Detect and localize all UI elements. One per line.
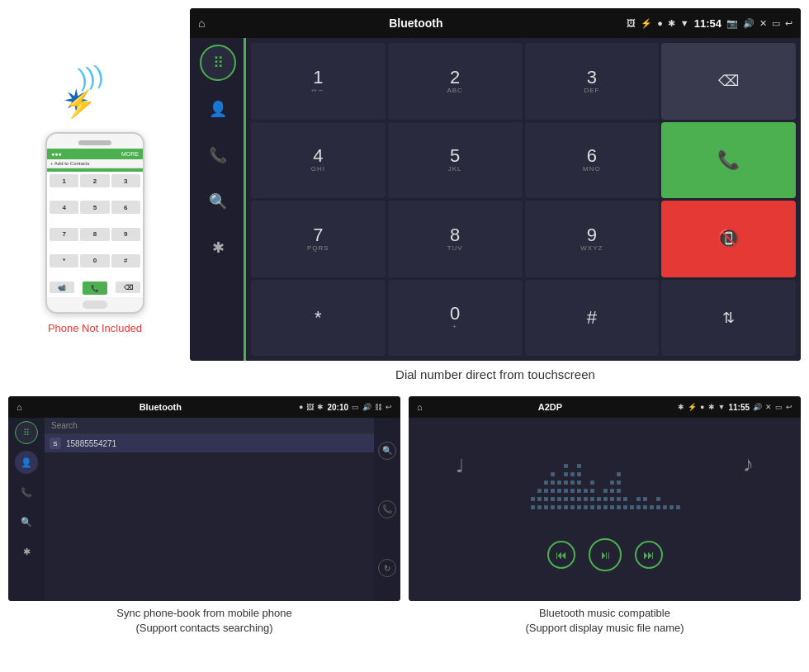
svg-rect-65 bbox=[656, 497, 660, 501]
contacts-car-screen: ⌂ Bluetooth ● 🖼 ✱ 20:10 ▭ 🔊 ⛓ ↩ ⠿ 👤 bbox=[8, 396, 400, 601]
back-icon[interactable]: ↩ bbox=[785, 18, 792, 29]
main-caption: Dial number direct from touchscreen bbox=[190, 361, 801, 388]
contact-row[interactable]: S 15885554271 bbox=[45, 434, 374, 452]
music-home-icon[interactable]: ⌂ bbox=[417, 402, 423, 412]
contacts-status-bar: ● 🖼 ✱ 20:10 ▭ 🔊 ⛓ ↩ bbox=[299, 403, 392, 412]
svg-rect-49 bbox=[610, 489, 614, 493]
contacts-home-icon[interactable]: ⌂ bbox=[17, 402, 22, 412]
music-bt-icon: ✱ bbox=[708, 403, 715, 411]
phone-dial-1: 1 bbox=[50, 174, 78, 187]
dial-sub-3: DEF bbox=[584, 87, 599, 94]
contacts-caption-line2: (Support contacts searching) bbox=[8, 621, 400, 636]
svg-rect-12 bbox=[551, 480, 555, 485]
call-icon: 📞 bbox=[717, 151, 740, 169]
svg-rect-23 bbox=[564, 464, 568, 468]
contacts-sidebar-call[interactable]: 📞 bbox=[15, 480, 38, 504]
music-rect-icon: ▭ bbox=[775, 403, 783, 411]
dial-key-hangup[interactable]: 📵 bbox=[661, 201, 796, 277]
contacts-sidebar-dialpad[interactable]: ⠿ bbox=[15, 421, 38, 444]
music-content: ♩ bbox=[409, 418, 801, 601]
dial-key-2[interactable]: 2 ABC bbox=[388, 43, 523, 120]
dial-key-8[interactable]: 8 TUV bbox=[388, 201, 523, 277]
contacts-sidebar-person[interactable]: 👤 bbox=[15, 451, 38, 474]
svg-rect-40 bbox=[590, 489, 594, 493]
svg-rect-58 bbox=[630, 505, 634, 509]
sidebar-calllog-btn[interactable]: 📞 bbox=[200, 137, 236, 173]
dial-key-4[interactable]: 4 GHI bbox=[251, 122, 386, 199]
sidebar-dialpad-btn[interactable]: ⠿ bbox=[200, 45, 236, 81]
svg-rect-35 bbox=[584, 505, 588, 509]
dial-key-hash[interactable]: # bbox=[525, 280, 660, 357]
contacts-sidebar-search[interactable]: 🔍 bbox=[15, 510, 38, 533]
car-screen-main: ⌂ Bluetooth 🖼 ⚡ ● ✱ ▼ 11:54 📷 🔊 ✕ ▭ ↩ bbox=[190, 8, 801, 361]
contacts-image-icon: 🖼 bbox=[306, 403, 314, 411]
contacts-search-btn[interactable]: 🔍 bbox=[378, 442, 396, 460]
contacts-refresh-btn[interactable]: ↻ bbox=[378, 559, 396, 577]
svg-rect-24 bbox=[570, 505, 575, 509]
dial-key-6[interactable]: 6 MNO bbox=[525, 122, 660, 199]
x-icon: ✕ bbox=[759, 18, 767, 29]
dial-key-swap[interactable]: ⇅ bbox=[661, 280, 796, 357]
dial-key-backspace[interactable]: ⌫ bbox=[661, 43, 796, 120]
svg-rect-25 bbox=[570, 497, 575, 501]
svg-rect-9 bbox=[551, 505, 555, 509]
dial-num-4: 4 bbox=[313, 147, 323, 165]
contacts-header: ⌂ Bluetooth ● 🖼 ✱ 20:10 ▭ 🔊 ⛓ ↩ bbox=[8, 396, 400, 418]
dial-key-star[interactable]: * bbox=[251, 280, 386, 357]
dial-key-3[interactable]: 3 DEF bbox=[525, 43, 660, 120]
music-back-icon[interactable]: ↩ bbox=[786, 403, 792, 411]
svg-rect-21 bbox=[564, 480, 568, 485]
music-note-left: ♩ bbox=[456, 456, 464, 477]
music-dot-icon: ● bbox=[700, 403, 704, 411]
svg-rect-44 bbox=[603, 505, 608, 509]
contacts-back-icon[interactable]: ↩ bbox=[386, 403, 392, 411]
dial-key-call[interactable]: 📞 bbox=[661, 122, 796, 199]
music-visualization: ♩ bbox=[409, 447, 801, 530]
phone-dial-3: 3 bbox=[111, 174, 140, 187]
music-prev-btn[interactable]: ⏮ bbox=[547, 541, 575, 569]
dial-key-0[interactable]: 0 + bbox=[388, 280, 523, 357]
music-caption: Bluetooth music compatible (Support disp… bbox=[409, 606, 801, 636]
sidebar-contacts-btn[interactable]: 👤 bbox=[200, 91, 236, 127]
left-sidebar: ⠿ 👤 📞 🔍 ✱ bbox=[190, 38, 246, 361]
contacts-sidebar-bt[interactable]: ✱ bbox=[15, 540, 38, 563]
phone-illustration: ))) ✴ ⚡ ●●● MORE + Add to Contacts 1 2 3… bbox=[8, 8, 182, 388]
phone-screen: ●●● MORE + Add to Contacts 1 2 3 4 5 6 7… bbox=[47, 149, 143, 297]
car-screen-header: ⌂ Bluetooth 🖼 ⚡ ● ✱ ▼ 11:54 📷 🔊 ✕ ▭ ↩ bbox=[190, 8, 801, 38]
sidebar-search-btn[interactable]: 🔍 bbox=[200, 183, 236, 220]
svg-rect-0 bbox=[531, 505, 535, 509]
contacts-vol-icon: 🔊 bbox=[362, 403, 371, 411]
dial-sub-1: ∾∽ bbox=[311, 87, 324, 94]
phone-screen-header: ●●● MORE bbox=[47, 149, 143, 159]
dial-sub-5: JKL bbox=[448, 165, 462, 173]
sidebar-bluetooth-btn[interactable]: ✱ bbox=[200, 230, 236, 266]
music-playpause-btn[interactable]: ⏯ bbox=[589, 538, 622, 571]
contacts-title: Bluetooth bbox=[32, 402, 289, 412]
dial-key-9[interactable]: 9 WXYZ bbox=[525, 201, 660, 277]
dial-key-1[interactable]: 1 ∾∽ bbox=[251, 43, 386, 120]
clock: 11:54 bbox=[694, 17, 721, 30]
contacts-call-btn[interactable]: 📞 bbox=[378, 500, 396, 518]
svg-rect-34 bbox=[577, 464, 581, 468]
music-x-icon: ✕ bbox=[765, 403, 772, 411]
svg-rect-3 bbox=[537, 497, 542, 501]
dial-key-7[interactable]: 7 PQRS bbox=[251, 201, 386, 277]
dial-sub-9: WXYZ bbox=[580, 244, 603, 252]
svg-rect-26 bbox=[570, 489, 575, 493]
home-icon[interactable]: ⌂ bbox=[198, 17, 205, 30]
dial-num-5: 5 bbox=[450, 147, 460, 165]
svg-rect-57 bbox=[623, 497, 627, 501]
phone-dial-star: * bbox=[50, 254, 78, 267]
dial-sub-0: + bbox=[452, 323, 457, 330]
contact-initial: S bbox=[50, 438, 61, 449]
contact-number: 15885554271 bbox=[66, 439, 116, 448]
search-bar[interactable]: Search bbox=[45, 418, 374, 434]
music-header: ⌂ A2DP ✱ ⚡ ● ✱ ▼ 11:55 🔊 ✕ ▭ ↩ bbox=[409, 396, 801, 418]
phone-dial-2: 2 bbox=[80, 174, 109, 187]
svg-rect-15 bbox=[557, 497, 561, 501]
dial-key-5[interactable]: 5 JKL bbox=[388, 122, 523, 199]
dial-num-star: * bbox=[315, 309, 322, 327]
music-car-screen: ⌂ A2DP ✱ ⚡ ● ✱ ▼ 11:55 🔊 ✕ ▭ ↩ bbox=[409, 396, 801, 601]
music-next-btn[interactable]: ⏭ bbox=[635, 541, 663, 569]
svg-rect-32 bbox=[577, 480, 581, 485]
